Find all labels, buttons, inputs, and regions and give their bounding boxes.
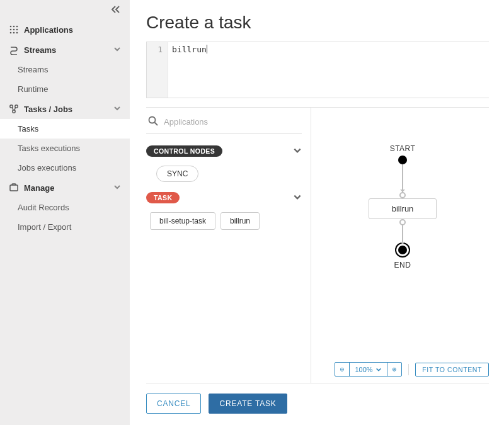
sidebar-item-audit[interactable]: Audit Records (0, 198, 130, 217)
editor-content[interactable]: billrun (168, 42, 210, 98)
palette-section-task[interactable]: TASK (146, 192, 302, 203)
svg-point-7 (13, 32, 15, 34)
collapse-sidebar-icon[interactable] (111, 5, 121, 16)
editor-line-number: 1 (147, 42, 168, 98)
section-label-control: CONTROL NODES (146, 145, 222, 157)
streams-icon (9, 45, 19, 55)
port-icon[interactable] (399, 219, 406, 225)
sidebar-label-tasks-group: Tasks / Jobs (24, 105, 108, 114)
svg-rect-12 (10, 185, 18, 191)
create-task-button[interactable]: CREATE TASK (209, 394, 287, 414)
fit-to-content-button[interactable]: FIT TO CONTENT (415, 363, 489, 377)
palette-section-control[interactable]: CONTROL NODES (146, 145, 302, 157)
page-title: Create a task (146, 13, 489, 33)
connector (402, 164, 403, 192)
chevron-down-icon (113, 105, 121, 114)
sidebar-item-applications[interactable]: Applications (0, 20, 130, 40)
palette-search[interactable] (146, 114, 302, 134)
tasks-icon (9, 104, 19, 114)
chevron-down-icon (375, 366, 382, 373)
connector (402, 225, 403, 244)
sidebar-item-jobs-executions[interactable]: Jobs executions (0, 158, 130, 178)
zoom-level[interactable]: 100% (349, 363, 386, 376)
sidebar-item-streams[interactable]: Streams (0, 60, 130, 79)
sidebar-label-streams: Streams (18, 65, 48, 74)
task-items: bill-setup-task billrun (146, 210, 302, 234)
sidebar-group-streams[interactable]: Streams (0, 40, 130, 60)
svg-point-0 (10, 26, 12, 28)
palette-item-bill-setup-task[interactable]: bill-setup-task (150, 212, 215, 230)
zoom-segment: ⊖ 100% ⊕ (335, 362, 402, 377)
search-icon (147, 115, 159, 128)
svg-point-11 (13, 110, 15, 113)
footer-actions: CANCEL CREATE TASK (146, 383, 489, 425)
sidebar-label-tasks: Tasks (18, 124, 38, 133)
control-items: SYNC (146, 163, 302, 186)
sidebar: Applications Streams Streams Runtime Tas… (0, 0, 130, 425)
main-content: Create a task 1 billrun CONTROL NODES SY… (130, 0, 504, 425)
chevron-down-icon (113, 183, 121, 193)
start-node[interactable] (398, 156, 407, 164)
svg-point-3 (10, 29, 12, 31)
zoom-in-button[interactable]: ⊕ (387, 363, 402, 376)
svg-point-4 (13, 29, 15, 31)
sidebar-item-runtime[interactable]: Runtime (0, 79, 130, 99)
end-label: END (394, 261, 411, 269)
section-label-task: TASK (146, 192, 180, 203)
sidebar-label-streams-group: Streams (24, 45, 108, 55)
sidebar-item-tasks[interactable]: Tasks (0, 119, 130, 139)
task-node-billrun[interactable]: billrun (369, 198, 437, 219)
task-builder: CONTROL NODES SYNC TASK bill-setup-task … (146, 107, 489, 383)
zoom-out-button[interactable]: ⊖ (335, 363, 350, 376)
palette-search-input[interactable] (164, 117, 301, 127)
graph-canvas[interactable]: START billrun END (316, 113, 489, 358)
svg-point-1 (13, 26, 15, 28)
sidebar-label-impexp: Import / Export (18, 222, 71, 232)
start-label: START (390, 144, 416, 153)
palette-panel: CONTROL NODES SYNC TASK bill-setup-task … (146, 108, 311, 383)
palette-item-billrun[interactable]: billrun (220, 212, 260, 230)
svg-line-14 (155, 123, 158, 126)
sidebar-item-tasks-executions[interactable]: Tasks executions (0, 139, 130, 158)
chevron-down-icon (293, 146, 302, 157)
cancel-button[interactable]: CANCEL (146, 394, 201, 414)
grid-icon (9, 25, 19, 35)
sidebar-label-runtime: Runtime (18, 84, 48, 94)
svg-point-5 (16, 29, 18, 31)
palette-item-sync[interactable]: SYNC (156, 166, 198, 182)
end-node[interactable] (398, 246, 407, 254)
chevron-down-icon (293, 193, 302, 203)
manage-icon (9, 183, 19, 193)
zoom-toolbar: ⊖ 100% ⊕ FIT TO CONTENT (316, 358, 489, 378)
sidebar-label-manage-group: Manage (24, 183, 108, 193)
canvas-panel: START billrun END ⊖ 100% (311, 108, 489, 383)
sidebar-group-tasks[interactable]: Tasks / Jobs (0, 99, 130, 119)
sidebar-label-audit: Audit Records (18, 203, 69, 212)
sidebar-group-manage[interactable]: Manage (0, 178, 130, 198)
chevron-down-icon (113, 45, 121, 55)
sidebar-label-tasks-exec: Tasks executions (18, 144, 80, 153)
svg-point-13 (149, 117, 156, 123)
dsl-editor[interactable]: 1 billrun (146, 42, 489, 98)
divider (408, 364, 409, 375)
svg-point-2 (16, 26, 18, 28)
svg-point-6 (10, 32, 12, 34)
sidebar-item-import-export[interactable]: Import / Export (0, 217, 130, 237)
sidebar-label-jobs-exec: Jobs executions (18, 163, 76, 173)
sidebar-label-applications: Applications (24, 25, 121, 35)
svg-point-8 (16, 32, 18, 34)
